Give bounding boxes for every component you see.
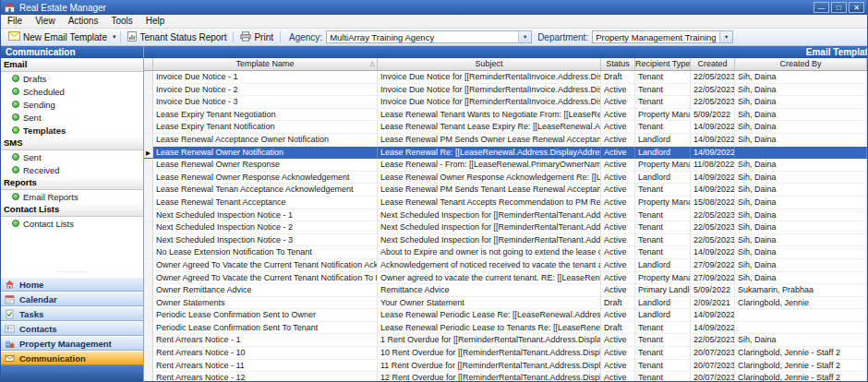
- cell-created-by: Sih, Daina: [735, 197, 867, 209]
- column-header-recipient-type[interactable]: Recipient Type: [635, 58, 691, 70]
- cell-created-by: Sih, Daina: [735, 96, 867, 109]
- column-header-created[interactable]: Created: [691, 58, 735, 70]
- menu-tools[interactable]: Tools: [104, 15, 139, 28]
- table-row[interactable]: Next Scheduled Inspection Notice - 3 Nex…: [144, 234, 867, 247]
- nav-home[interactable]: Home: [1, 277, 143, 292]
- row-pointer-icon: [144, 159, 153, 172]
- sidebar-section-contact-lists[interactable]: Contact Lists: [1, 203, 143, 217]
- column-header-created-by[interactable]: Created By: [735, 58, 867, 70]
- sidebar-section-reports[interactable]: Reports: [1, 176, 143, 190]
- table-row[interactable]: Lease Renewal Owner Response Lease Renew…: [144, 159, 867, 172]
- cell-created: 22/05/2023: [691, 96, 735, 109]
- table-row[interactable]: Owner Agreed To Vacate the Current Tenan…: [144, 272, 867, 285]
- table-row[interactable]: Lease Renewal Tenan Acceptance Acknowled…: [144, 184, 867, 197]
- cell-status: Active: [601, 347, 635, 360]
- nav-contacts[interactable]: Contacts: [1, 321, 143, 336]
- agency-select[interactable]: MultiArray Training Agency ▾: [326, 30, 532, 43]
- cell-created: 22/05/2023: [691, 209, 735, 222]
- cell-status: Active: [601, 121, 635, 134]
- tenant-status-report-label: Tenant Status Report: [139, 32, 226, 42]
- new-email-template-button[interactable]: New Email Template: [5, 30, 111, 44]
- sidebar-section-sms[interactable]: SMS: [1, 137, 143, 150]
- row-pointer-icon: [144, 96, 153, 109]
- column-header-status[interactable]: Status: [601, 58, 635, 70]
- communication-icon: [5, 353, 16, 364]
- cell-template-name: Invoice Due Notice - 1: [153, 71, 378, 84]
- cell-subject: Lease Renewal - From: [[LeaseRenewal.Pri…: [378, 159, 601, 172]
- print-button[interactable]: Print: [236, 30, 277, 44]
- chevron-down-icon[interactable]: ▾: [719, 31, 732, 42]
- nav-communication[interactable]: Communication: [1, 351, 143, 365]
- cell-created-by: Sih, Daina: [735, 84, 867, 97]
- sidebar-item-contact-lists[interactable]: Contact Lists: [1, 217, 143, 230]
- cell-subject: Invoice Due Notice for [[ReminderRentalI…: [378, 71, 601, 84]
- chevron-down-icon[interactable]: ▾: [518, 31, 531, 42]
- new-email-template-dropdown[interactable]: ▾: [111, 30, 118, 44]
- cell-status: Draft: [601, 322, 635, 335]
- table-row[interactable]: Next Scheduled Inspection Notice - 1 Nex…: [144, 209, 867, 222]
- table-row[interactable]: Next Scheduled Inspection Notice - 2 Nex…: [144, 221, 867, 234]
- department-select[interactable]: Property Management Training ▾: [592, 30, 733, 43]
- sidebar-item-email-reports[interactable]: Email Reports: [1, 190, 143, 203]
- cell-recipient-type: Landlord: [635, 134, 691, 147]
- sidebar-item-drafts[interactable]: Drafts: [1, 72, 143, 85]
- table-row[interactable]: Lease Renewal Tenant Acceptance Lease Re…: [144, 197, 867, 209]
- cell-template-name: Lease Renewal Acceptance Owner Notificat…: [153, 134, 378, 147]
- table-row[interactable]: Owner Agreed To Vacate the Current Tenan…: [144, 259, 867, 272]
- table-row[interactable]: Periodic Lease Confirmation Sent To Tena…: [144, 322, 867, 335]
- sidebar-nav: HomeCalendarTasksContactsProperty Manage…: [1, 277, 143, 365]
- tenant-status-report-button[interactable]: Tenant Status Report: [124, 30, 230, 44]
- cell-recipient-type: Tenant: [635, 372, 691, 381]
- close-button[interactable]: ✕: [849, 2, 864, 13]
- nav-label: Property Management: [19, 339, 112, 349]
- table-row[interactable]: Owner Statements Your Owner Statement Dr…: [144, 297, 867, 310]
- sidebar-item-sent[interactable]: Sent: [1, 150, 143, 163]
- sidebar-section-email[interactable]: Email: [1, 58, 143, 72]
- cell-created-by: Sih, Daina: [735, 121, 867, 134]
- cell-template-name: Lease Renewal Tenan Acceptance Acknowled…: [153, 184, 378, 197]
- maximize-button[interactable]: □: [831, 2, 847, 13]
- table-row[interactable]: Lease Renewal Owner Response Acknowledge…: [144, 172, 867, 185]
- menu-view[interactable]: View: [29, 15, 62, 28]
- title-bar[interactable]: Real Estate Manager — □ ✕: [1, 0, 867, 15]
- sidebar-item-scheduled[interactable]: Scheduled: [1, 85, 143, 98]
- column-header-template-name[interactable]: Template Name △: [153, 58, 378, 70]
- content-area: Communication EmailDraftsScheduledSendin…: [1, 46, 867, 381]
- menu-actions[interactable]: Actions: [62, 15, 105, 28]
- cell-created: 27/09/2022: [691, 259, 735, 272]
- sidebar-item-templates[interactable]: Templates: [1, 124, 143, 137]
- sidebar-item-received[interactable]: Received: [1, 163, 143, 176]
- table-row[interactable]: Periodic Lease Confirmation Sent to Owne…: [144, 309, 867, 322]
- cell-subject: Lease Renewal Tenant Lease Expiry Re: [[…: [378, 121, 601, 134]
- nav-tasks[interactable]: Tasks: [1, 306, 143, 321]
- sidebar-item-sent[interactable]: Sent: [1, 111, 143, 124]
- table-row[interactable]: Lease Expiry Tenant Notification Lease R…: [144, 121, 867, 134]
- sidebar-splitter[interactable]: ·········: [1, 269, 143, 277]
- table-row[interactable]: Owner Remittance Advice Remittance Advic…: [144, 284, 867, 297]
- cell-recipient-type: Property Manager: [635, 197, 691, 209]
- table-row[interactable]: Lease Expiry Tenant Negotiation Lease Re…: [144, 109, 867, 122]
- table-row[interactable]: Rent Arrears Notice - 1 1 Rent Overdue f…: [144, 334, 867, 347]
- menu-file[interactable]: File: [1, 15, 29, 28]
- table-row[interactable]: Rent Arrears Notice - 10 10 Rent Overdue…: [144, 347, 867, 360]
- cell-status: Active: [601, 209, 635, 222]
- table-row[interactable]: Invoice Due Notice - 1 Invoice Due Notic…: [144, 71, 867, 84]
- table-row[interactable]: Invoice Due Notice - 3 Invoice Due Notic…: [144, 96, 867, 109]
- menu-help[interactable]: Help: [139, 15, 172, 28]
- green-dot-icon: [12, 88, 19, 95]
- table-row[interactable]: Lease Renewal Acceptance Owner Notificat…: [144, 134, 867, 147]
- table-row[interactable]: Invoice Due Notice - 2 Invoice Due Notic…: [144, 84, 867, 97]
- sidebar-item-sending[interactable]: Sending: [1, 98, 143, 111]
- table-row[interactable]: ▶ Lease Renewal Owner Notification Lease…: [144, 147, 867, 160]
- minimize-button[interactable]: —: [814, 2, 829, 13]
- table-row[interactable]: Rent Arrears Notice - 11 11 Rent Overdue…: [144, 360, 867, 373]
- table-row[interactable]: Rent Arrears Notice - 12 12 Rent Overdue…: [144, 372, 867, 381]
- cell-recipient-type: Tenant: [635, 322, 691, 335]
- cell-created: 20/07/2023: [691, 347, 735, 360]
- cell-created: 15/08/2022: [691, 197, 735, 209]
- table-row[interactable]: No Lease Extension Notification To Tenan…: [144, 246, 867, 259]
- nav-calendar[interactable]: Calendar: [1, 292, 143, 306]
- nav-property-management[interactable]: Property Management: [1, 336, 143, 351]
- nav-label: Communication: [19, 353, 86, 364]
- column-header-subject[interactable]: Subject: [378, 58, 601, 70]
